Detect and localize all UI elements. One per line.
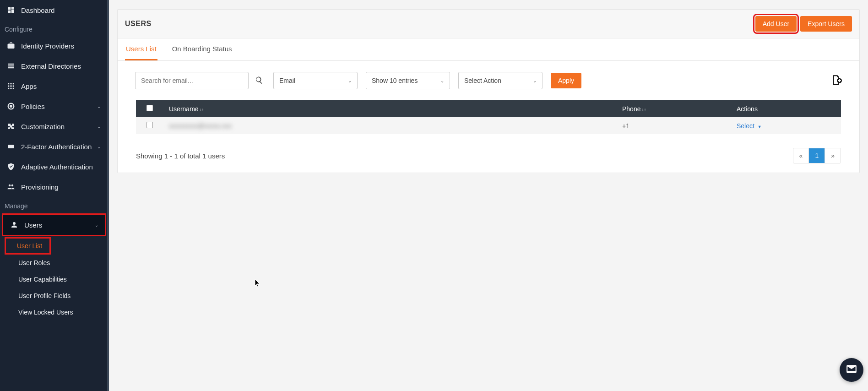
tabs: Users List On Boarding Status	[118, 38, 859, 61]
sidebar-item-label: Dashboard	[21, 6, 54, 14]
table-footer: Showing 1 - 1 of total 1 users « 1 »	[118, 143, 859, 173]
apply-button[interactable]: Apply	[551, 73, 581, 88]
tab-users-list[interactable]: Users List	[125, 38, 157, 60]
users-table-wrap: Username↓↑ Phone↓↑ Actions	[118, 100, 859, 143]
row-action-label: Select	[737, 122, 754, 130]
sidebar-item-label: Customization	[21, 123, 65, 130]
chevron-down-icon: ⌄	[97, 144, 101, 149]
chevron-down-icon: ⌄	[533, 78, 537, 83]
sidebar-subitem-view-locked-users[interactable]: View Locked Users	[0, 304, 107, 320]
sort-icon: ↓↑	[200, 107, 204, 112]
table-row: xxxxxxxxx@xxxxx.xxx +1 Select ▼	[136, 117, 841, 134]
sidebar-item-customization[interactable]: Customization ⌄	[0, 116, 107, 136]
entries-select[interactable]: Show 10 entries ⌄	[366, 72, 450, 89]
sidebar-subitem-user-list[interactable]: User List	[6, 239, 49, 253]
bulk-action-select[interactable]: Select Action ⌄	[458, 72, 542, 89]
shield-check-icon	[6, 162, 16, 171]
chevron-down-icon: ⌄	[97, 104, 101, 109]
sidebar-item-label: Identity Providers	[21, 42, 74, 50]
add-column-button[interactable]	[830, 74, 842, 87]
email-filter-select[interactable]: Email ⌄	[273, 72, 358, 89]
envelope-icon	[846, 363, 857, 377]
sidebar-item-provisioning[interactable]: Provisioning	[0, 177, 107, 197]
header-checkbox-cell	[136, 100, 163, 117]
pagination-page-1[interactable]: 1	[809, 148, 825, 163]
header-username[interactable]: Username↓↑	[163, 100, 617, 117]
caret-down-icon: ▼	[758, 125, 762, 129]
briefcase-icon	[6, 41, 16, 50]
search-input[interactable]	[135, 72, 249, 89]
pagination-prev[interactable]: «	[793, 148, 809, 163]
sidebar-item-label: Provisioning	[21, 183, 59, 191]
row-checkbox[interactable]	[146, 122, 153, 128]
sidebar-item-label: Policies	[21, 103, 45, 110]
header-label: Actions	[737, 105, 758, 113]
sidebar-item-label: External Directories	[21, 62, 81, 70]
chevron-down-icon: ⌄	[97, 124, 101, 129]
users-table: Username↓↑ Phone↓↑ Actions	[136, 100, 841, 134]
search-icon	[255, 79, 263, 86]
search-button[interactable]	[253, 74, 265, 87]
sidebar-item-dashboard[interactable]: Dashboard	[0, 0, 107, 20]
badge-icon	[6, 142, 16, 151]
sidebar-item-label: 2-Factor Authentication	[21, 143, 92, 151]
users-card: USERS Add User Export Users Users List O…	[117, 9, 860, 173]
sidebar-section-configure: Configure	[0, 20, 107, 36]
svg-rect-0	[8, 145, 14, 148]
pagination-next[interactable]: »	[825, 148, 841, 163]
header-label: Username	[169, 105, 199, 113]
sidebar-subitem-user-capabilities[interactable]: User Capabilities	[0, 271, 107, 288]
sidebar-item-apps[interactable]: Apps	[0, 76, 107, 96]
pagination: « 1 »	[793, 148, 841, 163]
sidebar-item-label: Users	[24, 221, 42, 229]
controls-row: Email ⌄ Show 10 entries ⌄ Select Action …	[118, 61, 859, 100]
sidebar-subitem-user-profile-fields[interactable]: User Profile Fields	[0, 288, 107, 304]
users-sync-icon	[6, 182, 16, 191]
add-user-button[interactable]: Add User	[755, 16, 797, 32]
header-phone[interactable]: Phone↓↑	[617, 100, 731, 117]
list-icon	[6, 61, 16, 71]
sidebar-item-external-directories[interactable]: External Directories	[0, 56, 107, 76]
target-icon	[6, 102, 16, 111]
select-value: Select Action	[464, 77, 501, 84]
chevron-down-icon: ⌄	[95, 223, 98, 228]
cell-username: xxxxxxxxx@xxxxx.xxx	[169, 122, 232, 130]
sidebar: Dashboard Configure Identity Providers E…	[0, 0, 109, 391]
sidebar-subitem-user-roles[interactable]: User Roles	[0, 255, 107, 271]
sidebar-item-identity-providers[interactable]: Identity Providers	[0, 36, 107, 56]
cell-phone: +1	[622, 122, 629, 130]
chat-fab[interactable]	[840, 358, 863, 382]
sort-icon: ↓↑	[641, 107, 646, 112]
cursor-pointer	[255, 279, 261, 289]
select-value: Show 10 entries	[372, 77, 418, 84]
user-icon	[10, 220, 19, 229]
header-label: Phone	[622, 105, 640, 113]
tab-onboarding-status[interactable]: On Boarding Status	[171, 38, 233, 60]
results-summary: Showing 1 - 1 of total 1 users	[136, 152, 225, 160]
export-users-button[interactable]: Export Users	[800, 16, 852, 32]
card-header: USERS Add User Export Users	[118, 10, 859, 38]
table-header-row: Username↓↑ Phone↓↑ Actions	[136, 100, 841, 117]
header-actions: Actions	[731, 100, 841, 117]
add-file-icon	[830, 81, 842, 87]
sidebar-item-label: Adaptive Authentication	[21, 163, 93, 171]
row-action-select[interactable]: Select ▼	[737, 122, 762, 130]
highlight-users: Users ⌄	[2, 213, 106, 236]
sidebar-item-users[interactable]: Users ⌄	[3, 215, 105, 235]
dashboard-icon	[6, 5, 16, 15]
grid-icon	[6, 81, 16, 91]
sidebar-item-policies[interactable]: Policies ⌄	[0, 96, 107, 116]
sidebar-section-manage: Manage	[0, 197, 107, 212]
main-content: USERS Add User Export Users Users List O…	[109, 0, 868, 391]
select-all-checkbox[interactable]	[146, 105, 153, 111]
page-title: USERS	[125, 20, 152, 28]
sidebar-item-label: Apps	[21, 82, 37, 90]
sidebar-item-2fa[interactable]: 2-Factor Authentication ⌄	[0, 136, 107, 157]
chevron-down-icon: ⌄	[440, 78, 444, 83]
sidebar-item-adaptive-auth[interactable]: Adaptive Authentication	[0, 157, 107, 177]
chevron-down-icon: ⌄	[348, 78, 352, 83]
select-value: Email	[279, 77, 295, 84]
highlight-user-list: User List	[5, 237, 51, 255]
puzzle-icon	[6, 122, 16, 131]
